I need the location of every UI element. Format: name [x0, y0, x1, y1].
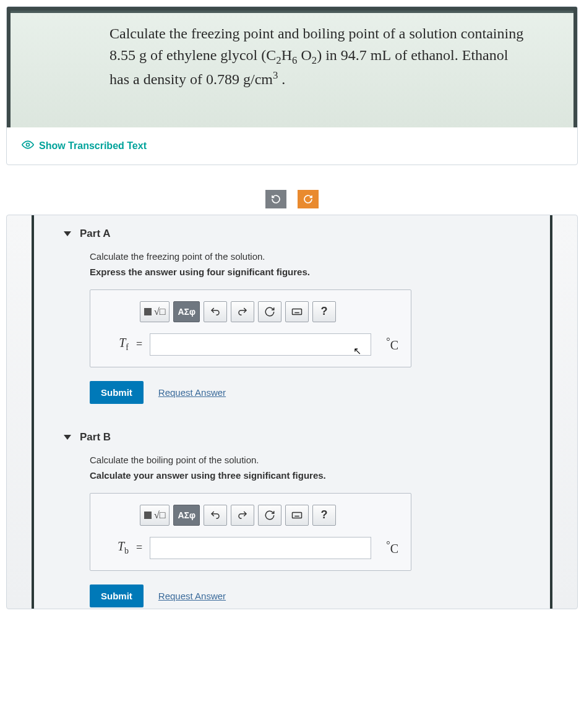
equals-sign: =	[136, 541, 142, 554]
part-a-variable: Tf	[103, 336, 129, 353]
help-label: ?	[320, 508, 327, 521]
unit-c: C	[390, 542, 398, 555]
part-b-request-answer-link[interactable]: Request Answer	[158, 591, 226, 601]
part-a-request-answer-link[interactable]: Request Answer	[158, 387, 226, 398]
part-b-title: Part B	[80, 431, 111, 443]
greek-button[interactable]: ΑΣφ	[173, 301, 200, 322]
part-b-submit-button[interactable]: Submit	[90, 585, 144, 607]
redo-button[interactable]	[231, 301, 254, 322]
part-a-unit: °C	[386, 336, 398, 353]
help-button[interactable]: ?	[312, 301, 336, 322]
svg-rect-1	[292, 309, 301, 314]
undo-button[interactable]	[204, 301, 227, 322]
question-density: 0.789 g/cm3	[206, 71, 281, 87]
part-a-submit-button[interactable]: Submit	[90, 381, 144, 404]
svg-rect-7	[292, 512, 301, 518]
caret-down-icon	[64, 435, 71, 440]
redo-button[interactable]	[231, 505, 254, 526]
part-a-instruction-2: Express the answer using four significan…	[90, 267, 513, 277]
reset-button[interactable]	[258, 301, 281, 322]
formula-sub3: 2	[312, 54, 317, 66]
part-a-header[interactable]: Part A	[34, 215, 550, 249]
show-transcribed-label: Show Transcribed Text	[39, 140, 147, 152]
formula-mid2: O	[297, 47, 311, 63]
question-frag-3: in	[325, 47, 341, 63]
question-frag-2: of ethylene glycol	[150, 47, 261, 63]
root-icon: √□	[152, 510, 165, 521]
density-val: 0.789 g/cm	[206, 71, 273, 87]
part-a-toolbar: √□ ΑΣφ ?	[140, 301, 398, 322]
help-button[interactable]: ?	[312, 505, 336, 526]
greek-label: ΑΣφ	[178, 510, 195, 520]
part-b-body: Calculate the boiling point of the solut…	[34, 452, 550, 609]
formula-close: )	[317, 47, 322, 63]
equals-sign: =	[136, 338, 142, 351]
part-a-answer-row: Tf = °C	[103, 333, 398, 356]
part-a-equation-box: √□ ΑΣφ ? Tf =	[90, 289, 411, 367]
part-b-instruction-1: Calculate the boiling point of the solut…	[90, 455, 513, 465]
part-a-instruction-1: Calculate the freezing point of the solu…	[90, 251, 513, 262]
part-a-answer-input[interactable]	[150, 333, 371, 356]
question-card: Calculate the freezing point and boiling…	[6, 6, 578, 165]
question-mass: 8.55 g	[110, 47, 147, 63]
keyboard-button[interactable]	[285, 301, 309, 322]
part-b-answer-row: Tb = °C	[103, 537, 398, 559]
greek-label: ΑΣφ	[178, 307, 195, 317]
root-icon: √□	[152, 306, 165, 317]
box-icon	[144, 512, 152, 519]
part-b-answer-input[interactable]	[150, 537, 371, 559]
templates-button[interactable]: √□	[140, 505, 170, 526]
box-icon	[144, 308, 152, 315]
unit-c: C	[390, 338, 398, 352]
part-b-unit: °C	[386, 539, 398, 556]
var-sub-f: f	[126, 343, 129, 352]
svg-point-0	[27, 143, 30, 146]
part-a-actions: Submit Request Answer	[90, 381, 513, 404]
var-t: T	[119, 336, 126, 349]
part-b-equation-box: √□ ΑΣφ ? Tb =	[90, 493, 411, 571]
question-text: Calculate the freezing point and boiling…	[110, 23, 530, 90]
question-frag-1: Calculate the freezing point and boiling…	[110, 25, 523, 41]
part-b-toolbar: √□ ΑΣφ ?	[140, 505, 398, 526]
part-a-body: Calculate the freezing point of the solu…	[34, 249, 550, 419]
show-transcribed-button[interactable]: Show Transcribed Text	[7, 127, 577, 165]
var-t: T	[118, 539, 124, 553]
templates-button[interactable]: √□	[140, 301, 170, 322]
caret-down-icon	[64, 231, 71, 236]
var-sub-b: b	[124, 546, 129, 555]
formula-open: (C	[261, 47, 276, 63]
question-volume: 94.7 mL	[341, 47, 391, 63]
part-b-header[interactable]: Part B	[34, 419, 550, 452]
question-period: .	[281, 71, 285, 87]
rotate-left-button[interactable]	[265, 190, 286, 208]
answer-card: Part A Calculate the freezing point of t…	[6, 215, 578, 609]
undo-button[interactable]	[204, 505, 227, 526]
help-label: ?	[320, 305, 327, 318]
formula-mid1: H	[281, 47, 292, 63]
part-b-instruction-2: Calculate your answer using three signif…	[90, 470, 513, 481]
question-formula: (C2H6 O2)	[261, 47, 325, 63]
keyboard-button[interactable]	[285, 505, 309, 526]
question-photo: Calculate the freezing point and boiling…	[7, 7, 577, 127]
part-b-actions: Submit Request Answer	[90, 585, 513, 607]
part-b-variable: Tb	[103, 539, 129, 556]
rotate-controls	[0, 190, 584, 208]
formula-sub1: 2	[276, 54, 281, 66]
eye-icon	[22, 139, 34, 153]
reset-button[interactable]	[258, 505, 281, 526]
answer-photo-frame: Part A Calculate the freezing point of t…	[32, 215, 552, 609]
density-sup: 3	[273, 69, 278, 81]
part-a-title: Part A	[80, 228, 110, 240]
rotate-right-button[interactable]	[298, 190, 319, 208]
greek-button[interactable]: ΑΣφ	[173, 505, 200, 526]
